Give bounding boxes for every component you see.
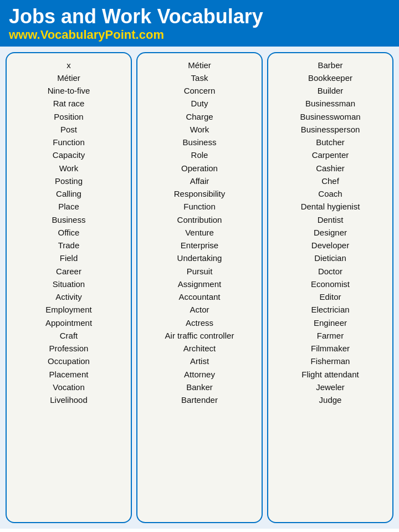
list-item: x <box>66 59 71 71</box>
list-item: Capacity <box>53 149 85 161</box>
list-item: Activity <box>55 290 82 303</box>
list-item: Accountant <box>178 290 220 303</box>
list-item: Contribution <box>177 213 222 226</box>
list-item: Coach <box>318 187 342 200</box>
list-item: Livelihood <box>50 393 88 406</box>
list-item: Work <box>190 123 209 136</box>
list-item: Butcher <box>316 136 345 149</box>
list-item: Affair <box>190 175 209 187</box>
list-item: Artist <box>190 355 209 367</box>
list-item: Responsibility <box>174 187 226 200</box>
list-item: Cashier <box>316 162 345 175</box>
list-item: Assignment <box>178 278 221 290</box>
list-item: Operation <box>181 162 218 175</box>
column-2: MétierTaskConcernDutyChargeWorkBusinessR… <box>136 52 263 523</box>
list-item: Office <box>58 226 80 239</box>
list-item: Builder <box>318 84 344 97</box>
list-item: Banker <box>186 381 213 393</box>
list-item: Business <box>183 136 217 149</box>
list-item: Placement <box>49 368 89 381</box>
list-item: Post <box>60 123 77 136</box>
list-item: Vocation <box>53 381 85 393</box>
list-item: Situation <box>53 278 85 290</box>
column-3: BarberBookkeeperBuilderBusinessmanBusine… <box>267 52 393 523</box>
list-item: Position <box>54 110 83 123</box>
list-item: Dentist <box>318 213 344 226</box>
list-item: Role <box>191 149 208 161</box>
list-item: Designer <box>314 226 347 239</box>
list-item: Chef <box>321 175 339 187</box>
list-item: Employment <box>45 303 91 316</box>
list-item: Editor <box>319 290 341 303</box>
list-item: Filmmaker <box>311 342 350 355</box>
list-item: Jeweler <box>316 381 345 393</box>
list-item: Charge <box>186 110 213 123</box>
list-item: Concern <box>184 84 216 97</box>
list-item: Architect <box>183 342 216 355</box>
list-item: Dental hygienist <box>301 200 360 213</box>
list-item: Occupation <box>48 355 90 367</box>
list-item: Duty <box>191 97 208 110</box>
list-item: Place <box>58 200 79 213</box>
list-item: Bartender <box>181 393 218 406</box>
header-url: www.VocabularyPoint.com <box>9 28 390 42</box>
page-title: Jobs and Work Vocabulary <box>9 6 390 28</box>
list-item: Nine-to-five <box>48 84 90 97</box>
list-item: Actor <box>190 303 209 316</box>
list-item: Flight attendant <box>301 368 359 381</box>
list-item: Posting <box>55 175 83 187</box>
list-item: Field <box>60 252 78 264</box>
list-item: Métier <box>188 59 211 71</box>
list-item: Profession <box>49 342 89 355</box>
list-item: Appointment <box>45 316 92 329</box>
list-item: Actress <box>186 316 213 329</box>
list-item: Bookkeeper <box>308 71 352 84</box>
list-item: Businessperson <box>301 123 360 136</box>
list-item: Doctor <box>318 265 342 278</box>
list-item: Business <box>52 213 86 226</box>
list-item: Métier <box>57 71 80 84</box>
list-item: Air traffic controller <box>165 329 234 342</box>
list-item: Venture <box>185 226 214 239</box>
list-item: Career <box>56 265 81 278</box>
list-item: Enterprise <box>181 239 218 252</box>
list-item: Task <box>191 71 208 84</box>
list-item: Calling <box>56 187 81 200</box>
list-item: Pursuit <box>187 265 213 278</box>
list-item: Farmer <box>317 329 344 342</box>
columns-wrapper: xMétierNine-to-fiveRat racePositionPostF… <box>6 52 393 523</box>
list-item: Economist <box>311 278 350 290</box>
list-item: Work <box>59 162 79 175</box>
list-item: Businesswoman <box>300 110 360 123</box>
list-item: Attorney <box>184 368 215 381</box>
list-item: Developer <box>311 239 349 252</box>
list-item: Function <box>53 136 85 149</box>
list-item: Carpenter <box>312 149 349 161</box>
list-item: Fisherman <box>311 355 350 367</box>
list-item: Dietician <box>314 252 346 264</box>
list-item: Craft <box>60 329 78 342</box>
list-item: Trade <box>58 239 80 252</box>
header: Jobs and Work Vocabulary www.VocabularyP… <box>0 0 399 47</box>
list-item: Judge <box>319 393 342 406</box>
content-area: xMétierNine-to-fiveRat racePositionPostF… <box>0 47 399 529</box>
list-item: Undertaking <box>177 252 222 264</box>
list-item: Rat race <box>53 97 85 110</box>
list-item: Barber <box>318 59 342 71</box>
list-item: Function <box>183 200 216 213</box>
list-item: Businessman <box>305 97 355 110</box>
list-item: Electrician <box>311 303 349 316</box>
list-item: Engineer <box>314 316 347 329</box>
column-1: xMétierNine-to-fiveRat racePositionPostF… <box>6 52 132 523</box>
